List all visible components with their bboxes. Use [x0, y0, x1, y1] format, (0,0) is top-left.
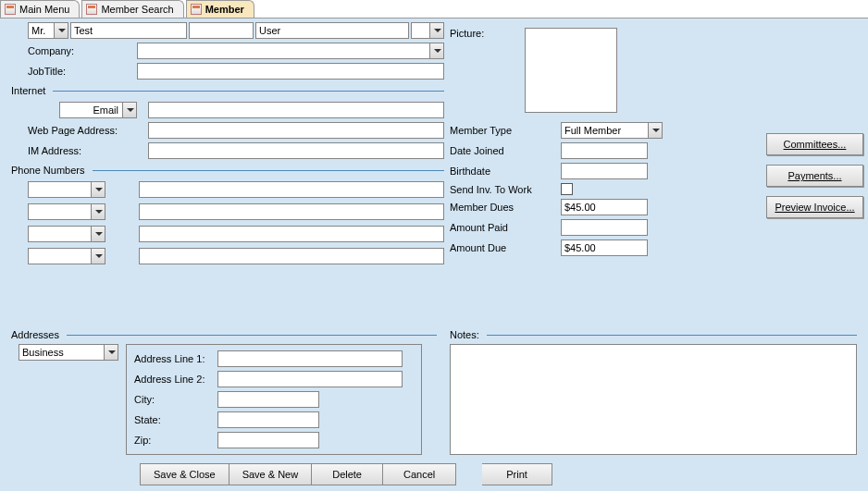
tab-bar: Main Menu Member Search Member [0, 0, 868, 18]
title-combo[interactable] [28, 22, 68, 39]
notes-section: Notes: [450, 329, 485, 340]
member-dues-label: Member Dues [450, 202, 561, 213]
phone-type-combo[interactable] [28, 181, 105, 198]
print-button[interactable]: Print [482, 463, 552, 485]
birthdate-label: Birthdate [450, 166, 561, 177]
phone-type-combo[interactable] [28, 248, 105, 264]
suffix-combo[interactable] [411, 22, 444, 39]
address-type-field[interactable] [19, 344, 104, 361]
phone-field[interactable] [139, 203, 444, 220]
member-info-column: Member Type Date Joined Birthdate Send I… [450, 122, 690, 260]
tab-main-menu[interactable]: Main Menu [0, 0, 80, 18]
bottom-button-bar: Save & Close Save & New Delete Cancel Pr… [140, 463, 552, 485]
address-type-combo[interactable] [19, 344, 118, 361]
send-inv-label: Send Inv. To Work [450, 184, 561, 195]
tab-label: Member [205, 4, 244, 15]
committees-button[interactable]: Committees... [766, 133, 863, 155]
last-name-field[interactable] [255, 22, 409, 39]
amount-due-label: Amount Due [450, 242, 561, 253]
phone-field[interactable] [139, 226, 444, 242]
addr-state-label: State: [134, 414, 217, 425]
cancel-button[interactable]: Cancel [383, 463, 456, 485]
member-dues-field[interactable] [561, 199, 648, 215]
chevron-down-icon[interactable] [91, 226, 105, 242]
send-inv-checkbox[interactable] [561, 183, 573, 195]
im-field[interactable] [148, 142, 444, 159]
chevron-down-icon[interactable] [429, 43, 444, 59]
middle-name-field[interactable] [189, 22, 254, 39]
left-column: Company: JobTitle: Internet Web Page Add… [19, 22, 444, 270]
im-label: IM Address: [28, 145, 148, 156]
jobtitle-label: JobTitle: [28, 66, 137, 77]
phone-type-field[interactable] [28, 226, 91, 242]
addr-line1-field[interactable] [217, 350, 403, 367]
address-box: Address Line 1: Address Line 2: City: St… [126, 344, 422, 455]
company-label: Company: [28, 45, 137, 56]
save-new-button[interactable]: Save & New [229, 463, 313, 485]
chevron-down-icon[interactable] [91, 203, 105, 220]
form-icon [5, 4, 16, 15]
amount-paid-field[interactable] [561, 219, 648, 236]
web-label: Web Page Address: [28, 125, 148, 136]
picture-label: Picture: [450, 28, 490, 113]
addr-zip-field[interactable] [217, 432, 319, 448]
addr-line2-label: Address Line 2: [134, 374, 217, 385]
company-combo[interactable] [137, 43, 444, 59]
email-type-combo[interactable] [59, 102, 137, 118]
addr-city-label: City: [134, 394, 217, 405]
name-row [28, 22, 444, 39]
amount-due-field[interactable] [561, 239, 648, 256]
chevron-down-icon[interactable] [648, 122, 663, 139]
action-buttons: Committees... Payments... Preview Invoic… [766, 133, 868, 218]
phone-field[interactable] [139, 181, 444, 198]
chevron-down-icon[interactable] [104, 344, 118, 361]
tab-label: Member Search [101, 4, 173, 15]
birthdate-field[interactable] [561, 163, 648, 179]
phones-section: Phone Numbers [11, 165, 91, 176]
chevron-down-icon[interactable] [122, 102, 137, 118]
addr-state-field[interactable] [217, 411, 319, 428]
form-icon [86, 4, 97, 15]
chevron-down-icon[interactable] [91, 181, 105, 198]
internet-section: Internet [11, 85, 51, 96]
title-field[interactable] [28, 22, 54, 39]
phone-type-field[interactable] [28, 248, 91, 264]
phone-type-field[interactable] [28, 203, 91, 220]
payments-button[interactable]: Payments... [766, 165, 863, 187]
addr-line2-field[interactable] [217, 371, 403, 387]
member-type-combo[interactable] [561, 122, 663, 139]
member-type-field[interactable] [561, 122, 648, 139]
web-field[interactable] [148, 122, 444, 139]
amount-paid-label: Amount Paid [450, 222, 561, 233]
date-joined-label: Date Joined [450, 145, 561, 156]
email-type-field[interactable] [59, 102, 122, 118]
addr-city-field[interactable] [217, 391, 319, 408]
addr-line1-label: Address Line 1: [134, 353, 217, 364]
first-name-field[interactable] [70, 22, 187, 39]
form-icon [191, 4, 202, 15]
phone-type-combo[interactable] [28, 226, 105, 242]
email-field[interactable] [148, 102, 444, 118]
phone-type-field[interactable] [28, 181, 91, 198]
notes-field[interactable] [450, 344, 857, 455]
addresses-section: Addresses [11, 329, 65, 340]
chevron-down-icon[interactable] [91, 248, 105, 264]
preview-invoice-button[interactable]: Preview Invoice... [766, 196, 863, 218]
member-form: Company: JobTitle: Internet Web Page Add… [0, 18, 868, 491]
phone-field[interactable] [139, 248, 444, 264]
date-joined-field[interactable] [561, 142, 648, 159]
tab-label: Main Menu [19, 4, 69, 15]
chevron-down-icon[interactable] [429, 22, 444, 39]
member-type-label: Member Type [450, 125, 561, 136]
save-close-button[interactable]: Save & Close [140, 463, 229, 485]
tab-member[interactable]: Member [186, 0, 254, 18]
picture-box[interactable] [525, 28, 617, 113]
addr-zip-label: Zip: [134, 435, 217, 446]
suffix-field[interactable] [411, 22, 429, 39]
tab-member-search[interactable]: Member Search [81, 0, 183, 18]
jobtitle-field[interactable] [137, 63, 444, 80]
company-field[interactable] [137, 43, 429, 59]
chevron-down-icon[interactable] [54, 22, 68, 39]
delete-button[interactable]: Delete [312, 463, 383, 485]
phone-type-combo[interactable] [28, 203, 105, 220]
